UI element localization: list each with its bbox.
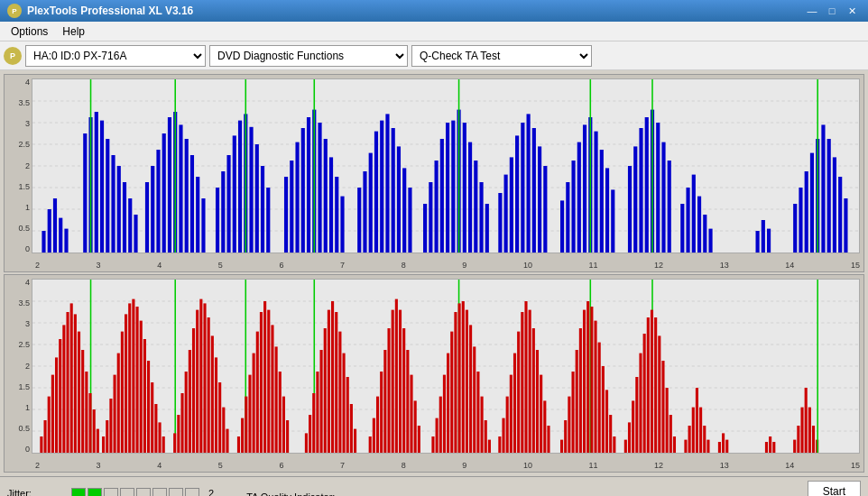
svg-rect-246	[485, 420, 487, 453]
svg-rect-272	[594, 321, 596, 453]
jitter-seg-8	[185, 488, 199, 497]
svg-rect-301	[722, 433, 725, 453]
test-select[interactable]: Q-Check TA Test	[411, 45, 592, 67]
svg-rect-310	[808, 408, 811, 453]
svg-rect-20	[128, 198, 132, 253]
svg-rect-26	[162, 133, 166, 253]
svg-rect-110	[680, 204, 684, 253]
start-button[interactable]: Start	[808, 481, 861, 497]
function-select[interactable]: DVD Diagnostic Functions	[209, 45, 408, 67]
minimize-button[interactable]: —	[803, 4, 821, 18]
svg-rect-90	[560, 200, 564, 253]
svg-rect-61	[374, 132, 378, 253]
svg-rect-21	[134, 215, 137, 253]
svg-rect-155	[106, 420, 108, 453]
svg-rect-308	[800, 408, 803, 453]
svg-rect-143	[62, 325, 65, 453]
svg-rect-106	[656, 123, 660, 253]
svg-rect-166	[147, 361, 150, 453]
bottom-chart-y-axis: 0 0.5 1 1.5 2 2.5 3 3.5 4	[5, 279, 32, 454]
svg-rect-235	[443, 375, 446, 453]
svg-rect-149	[85, 372, 88, 453]
svg-rect-138	[43, 420, 46, 453]
svg-rect-27	[168, 117, 171, 253]
menu-options[interactable]: Options	[4, 23, 55, 40]
svg-rect-181	[208, 317, 210, 453]
svg-rect-147	[78, 332, 80, 453]
svg-rect-8	[48, 209, 51, 253]
svg-rect-141	[55, 357, 58, 453]
svg-rect-11	[64, 229, 68, 253]
jitter-seg-2	[88, 488, 102, 497]
info-panel: Jitter: 2 Peak Shift:	[0, 476, 868, 496]
svg-rect-285	[647, 317, 650, 453]
jitter-seg-5	[136, 488, 151, 497]
svg-rect-214	[346, 377, 349, 453]
svg-rect-248	[498, 436, 501, 453]
svg-rect-49	[301, 128, 305, 253]
svg-rect-81	[498, 193, 502, 253]
svg-rect-52	[318, 123, 321, 253]
menubar: Options Help	[0, 22, 868, 41]
svg-rect-33	[201, 198, 205, 253]
svg-rect-172	[173, 433, 176, 453]
bottom-chart-container: 0 0.5 1 1.5 2 2.5 3 3.5 4	[4, 274, 864, 473]
menu-help[interactable]: Help	[55, 23, 92, 40]
svg-rect-178	[196, 310, 199, 453]
svg-rect-153	[97, 429, 99, 453]
svg-rect-19	[123, 182, 126, 253]
svg-rect-232	[431, 436, 434, 453]
svg-rect-233	[436, 418, 439, 453]
svg-rect-190	[245, 397, 247, 453]
svg-rect-280	[628, 422, 631, 453]
svg-rect-245	[481, 397, 484, 453]
svg-rect-227	[406, 350, 409, 453]
close-button[interactable]: ✕	[843, 4, 861, 18]
jitter-row: Jitter: 2	[7, 488, 214, 497]
svg-rect-273	[598, 343, 601, 453]
svg-rect-158	[117, 354, 120, 453]
svg-rect-207	[320, 350, 323, 453]
svg-rect-252	[513, 354, 516, 453]
svg-rect-257	[532, 328, 535, 453]
titlebar: P PlexTools Professional XL V3.16 — □ ✕	[0, 0, 868, 22]
svg-rect-79	[485, 204, 489, 253]
svg-rect-241	[466, 310, 468, 453]
svg-rect-175	[185, 372, 188, 453]
svg-rect-177	[192, 328, 195, 453]
svg-rect-303	[765, 442, 768, 453]
svg-rect-271	[590, 307, 593, 453]
svg-rect-298	[703, 426, 706, 453]
svg-rect-148	[81, 350, 84, 453]
svg-rect-16	[106, 139, 109, 253]
svg-rect-182	[211, 335, 214, 453]
svg-rect-247	[488, 440, 491, 453]
svg-rect-293	[684, 440, 687, 453]
svg-rect-292	[673, 436, 676, 453]
svg-rect-60	[369, 153, 373, 253]
svg-rect-10	[59, 218, 62, 253]
svg-rect-55	[335, 177, 338, 253]
drive-select[interactable]: HA:0 ID:0 PX-716A	[25, 45, 206, 67]
svg-rect-200	[282, 397, 285, 453]
svg-rect-9	[53, 198, 57, 253]
svg-rect-46	[284, 177, 288, 253]
svg-rect-224	[395, 299, 398, 453]
svg-rect-144	[66, 312, 69, 453]
svg-rect-311	[812, 426, 815, 453]
svg-rect-229	[414, 400, 417, 453]
svg-rect-259	[540, 375, 542, 453]
svg-rect-38	[233, 135, 236, 253]
svg-rect-108	[668, 161, 671, 253]
svg-rect-36	[221, 171, 225, 253]
svg-rect-47	[290, 161, 293, 253]
svg-rect-279	[624, 440, 627, 453]
maximize-button[interactable]: □	[823, 4, 841, 18]
svg-rect-31	[190, 155, 194, 253]
svg-rect-209	[328, 310, 330, 453]
svg-rect-234	[439, 397, 442, 453]
svg-rect-162	[132, 299, 134, 453]
svg-rect-35	[216, 188, 219, 253]
svg-rect-65	[397, 146, 401, 253]
svg-rect-217	[369, 436, 372, 453]
